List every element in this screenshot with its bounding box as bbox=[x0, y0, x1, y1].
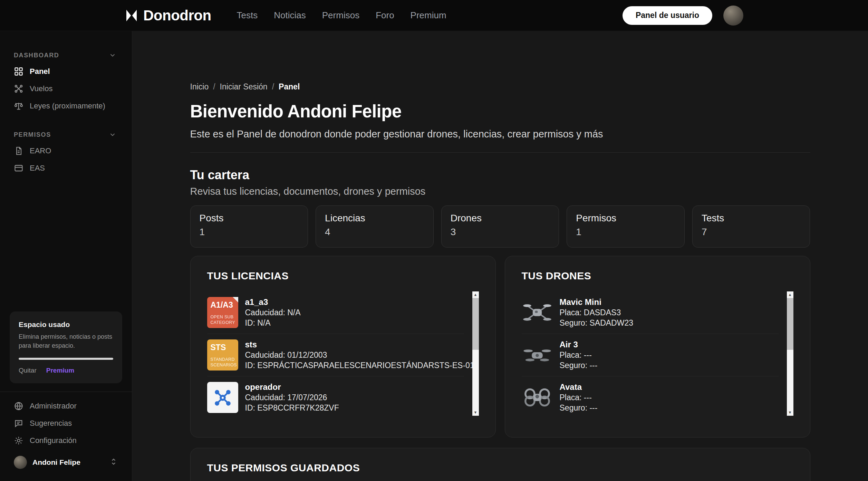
sidebar-section-permisos[interactable]: PERMISOS bbox=[0, 127, 132, 142]
avata-drone-image bbox=[522, 387, 553, 407]
chat-icon bbox=[14, 419, 23, 428]
nav-item-foro[interactable]: Foro bbox=[376, 10, 394, 21]
drone-name: Mavic Mini bbox=[560, 297, 633, 307]
drones-panel-body: Mavic Mini Placa: DASDAS3 Seguro: SADADW… bbox=[522, 291, 793, 419]
drones-panel: TUS DRONES Mavic Mini Placa: DASDAS3 bbox=[505, 256, 810, 437]
license-item-sts[interactable]: STS STANDARD SCENARIOS sts Caducidad bbox=[207, 334, 464, 376]
grid-icon bbox=[14, 67, 23, 76]
quitar-link[interactable]: Quitar bbox=[19, 367, 37, 374]
scrollbar-thumb[interactable] bbox=[472, 298, 479, 350]
chevron-down-icon bbox=[109, 51, 116, 59]
license-item-a1a3[interactable]: A1/A3 OPEN SUB CATEGORY a1_a3 Caduci bbox=[207, 291, 464, 334]
drone-seguro: Seguro: SADADW23 bbox=[560, 318, 633, 328]
drone-item-avata[interactable]: Avata Placa: --- Seguro: --- bbox=[522, 376, 779, 419]
sidebar-gap bbox=[0, 115, 132, 127]
sidebar-user-name: Andoni Felipe bbox=[32, 458, 80, 466]
nav-item-noticias[interactable]: Noticias bbox=[274, 10, 306, 21]
sidebar-item-sugerencias[interactable]: Sugerencias bbox=[0, 415, 132, 432]
sidebar-item-earo[interactable]: EARO bbox=[0, 142, 132, 160]
sidebar-item-label: Vuelos bbox=[30, 84, 52, 93]
air3-drone-image bbox=[522, 345, 553, 365]
drone-info: Mavic Mini Placa: DASDAS3 Seguro: SADADW… bbox=[560, 297, 633, 328]
scroll-up-arrow[interactable]: ▲ bbox=[787, 291, 793, 298]
drone-item-air3[interactable]: Air 3 Placa: --- Seguro: --- bbox=[522, 334, 779, 376]
scroll-down-arrow[interactable]: ▼ bbox=[472, 409, 479, 416]
nav-item-permisos[interactable]: Permisos bbox=[322, 10, 359, 21]
user-avatar[interactable] bbox=[723, 6, 743, 26]
stat-card-permisos[interactable]: Permisos 1 bbox=[567, 205, 685, 248]
permits-panel: TUS PERMISOS GUARDADOS bbox=[190, 448, 810, 481]
license-info: a1_a3 Caducidad: N/A ID: N/A bbox=[245, 297, 301, 328]
scrollbar-thumb[interactable] bbox=[787, 298, 793, 350]
premium-link[interactable]: Premium bbox=[46, 367, 74, 374]
logo-icon bbox=[125, 9, 138, 22]
drones-list: Mavic Mini Placa: DASDAS3 Seguro: SADADW… bbox=[522, 291, 779, 419]
drone-item-mavic-mini[interactable]: Mavic Mini Placa: DASDAS3 Seguro: SADADW… bbox=[522, 291, 779, 334]
section-label-dashboard: DASHBOARD bbox=[14, 52, 59, 59]
globe-icon bbox=[14, 401, 23, 411]
sidebar-item-label: Administrador bbox=[30, 402, 77, 411]
sidebar-item-vuelos[interactable]: Vuelos bbox=[0, 80, 132, 97]
stat-label: Drones bbox=[451, 213, 550, 224]
drone-icon bbox=[14, 84, 23, 94]
breadcrumb: Inicio / Iniciar Sesión / Panel bbox=[190, 82, 810, 92]
license-id: ID: ESPRÁCTICASPARAELESCENARIOESTÁNDARST… bbox=[245, 360, 464, 371]
sidebar-item-label: Sugerencias bbox=[30, 419, 72, 428]
scroll-down-arrow[interactable]: ▼ bbox=[787, 409, 793, 416]
nav-item-premium[interactable]: Premium bbox=[411, 10, 446, 21]
sidebar-user-row[interactable]: Andoni Felipe bbox=[0, 453, 132, 472]
sidebar-item-configuracion[interactable]: Configuración bbox=[0, 432, 132, 449]
drone-seguro: Seguro: --- bbox=[560, 360, 598, 371]
stat-card-tests[interactable]: Tests 7 bbox=[692, 205, 810, 248]
drones-scrollbar[interactable]: ▲ ▼ bbox=[787, 291, 793, 416]
sidebar-item-label: EAS bbox=[30, 164, 45, 173]
sidebar-section-dashboard[interactable]: DASHBOARD bbox=[0, 48, 132, 63]
main-area: Inicio / Iniciar Sesión / Panel Bienveni… bbox=[132, 31, 868, 481]
main-nav: Tests Noticias Permisos Foro Premium bbox=[237, 10, 446, 21]
storage-card-title: Espacio usado bbox=[19, 320, 113, 329]
sidebar-item-label: EARO bbox=[30, 146, 51, 155]
stats-row: Posts 1 Licencias 4 Drones 3 Permisos 1 bbox=[190, 205, 810, 248]
app-page: Donodron Tests Noticias Permisos Foro Pr… bbox=[0, 0, 868, 481]
sidebar-item-eas[interactable]: EAS bbox=[0, 160, 132, 177]
licenses-scrollbar[interactable]: ▲ ▼ bbox=[472, 291, 479, 416]
sidebar-item-leyes[interactable]: Leyes (proximamente) bbox=[0, 97, 132, 115]
license-id: ID: ESP8CCRFR7K28ZVF bbox=[245, 403, 339, 413]
gear-icon bbox=[14, 436, 23, 445]
logo[interactable]: Donodron bbox=[125, 7, 211, 24]
licenses-panel: TUS LICENCIAS A1/A3 OPEN SUB CATEGORY bbox=[190, 256, 496, 437]
body-row: DASHBOARD Panel Vuelos Leyes (proximam bbox=[0, 31, 868, 481]
sidebar-item-label: Panel bbox=[30, 67, 50, 76]
license-item-operador[interactable]: operador Caducidad: 17/07/2026 ID: ESP8C… bbox=[207, 376, 464, 419]
mavic-mini-drone-image bbox=[522, 302, 553, 323]
stat-card-licencias[interactable]: Licencias 4 bbox=[316, 205, 434, 248]
license-info: operador Caducidad: 17/07/2026 ID: ESP8C… bbox=[245, 382, 339, 413]
permits-panel-title: TUS PERMISOS GUARDADOS bbox=[207, 462, 793, 474]
nav-item-tests[interactable]: Tests bbox=[237, 10, 258, 21]
breadcrumb-iniciar-sesion[interactable]: Iniciar Sesión bbox=[220, 82, 268, 92]
navbar-left: Donodron Tests Noticias Permisos Foro Pr… bbox=[125, 7, 446, 24]
stat-value: 1 bbox=[576, 227, 675, 238]
sidebar: DASHBOARD Panel Vuelos Leyes (proximam bbox=[0, 31, 132, 481]
sidebar-item-panel[interactable]: Panel bbox=[0, 63, 132, 80]
storage-progress-bar bbox=[19, 358, 113, 360]
stat-card-posts[interactable]: Posts 1 bbox=[190, 205, 308, 248]
badge-subtitle: STANDARD SCENARIOS bbox=[211, 357, 235, 368]
drones-panel-title: TUS DRONES bbox=[522, 270, 793, 282]
scroll-up-arrow[interactable]: ▲ bbox=[472, 291, 479, 298]
license-name: sts bbox=[245, 339, 464, 350]
logo-text: Donodron bbox=[143, 7, 211, 24]
sidebar-item-administrador[interactable]: Administrador bbox=[0, 397, 132, 415]
storage-actions: Quitar Premium bbox=[19, 367, 113, 374]
panel-de-usuario-button[interactable]: Panel de usuario bbox=[623, 6, 712, 25]
sidebar-item-label: Configuración bbox=[30, 436, 77, 445]
badge-title: STS bbox=[211, 343, 235, 352]
stat-label: Licencias bbox=[325, 213, 424, 224]
up-down-arrows-icon[interactable] bbox=[109, 457, 118, 468]
breadcrumb-inicio[interactable]: Inicio bbox=[190, 82, 209, 92]
stat-value: 4 bbox=[325, 227, 424, 238]
license-name: a1_a3 bbox=[245, 297, 301, 307]
drone-placa: Placa: --- bbox=[560, 350, 598, 360]
stat-card-drones[interactable]: Drones 3 bbox=[441, 205, 559, 248]
license-caducidad: Caducidad: 17/07/2026 bbox=[245, 392, 339, 403]
